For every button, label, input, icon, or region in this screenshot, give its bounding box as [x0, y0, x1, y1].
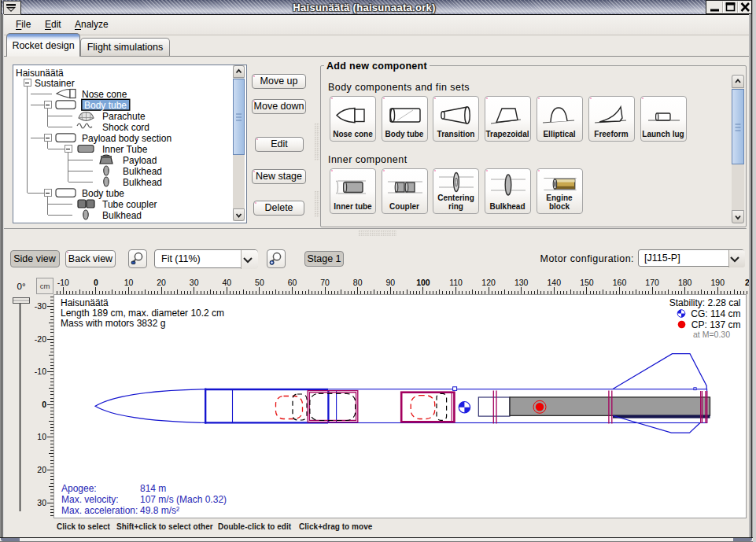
- svg-text:Shock cord: Shock cord: [102, 122, 149, 133]
- svg-text:Length 189 cm, max. diameter 1: Length 189 cm, max. diameter 10.2 cm: [61, 308, 224, 319]
- svg-text:160: 160: [613, 278, 627, 287]
- svg-text:10: 10: [124, 278, 134, 287]
- svg-text:Nose cone: Nose cone: [82, 89, 127, 100]
- svg-text:170: 170: [645, 278, 659, 287]
- svg-text:20: 20: [37, 465, 46, 474]
- svg-text:814 m: 814 m: [140, 483, 166, 494]
- svg-text:20: 20: [157, 278, 166, 287]
- svg-text:Bulkhead: Bulkhead: [123, 166, 162, 177]
- svg-text:120: 120: [481, 278, 496, 287]
- svg-text:Body tube: Body tube: [84, 100, 127, 111]
- svg-text:CG: 114 cm: CG: 114 cm: [691, 308, 740, 319]
- svg-text:-10: -10: [57, 278, 69, 287]
- svg-text:Max. acceleration:: Max. acceleration:: [61, 505, 138, 516]
- svg-text:Bulkhead: Bulkhead: [123, 177, 162, 188]
- svg-text:Apogee:: Apogee:: [61, 483, 97, 494]
- svg-text:70: 70: [320, 278, 330, 287]
- svg-text:Sustainer: Sustainer: [35, 78, 75, 89]
- svg-text:Tube coupler: Tube coupler: [102, 199, 157, 210]
- svg-text:150: 150: [580, 278, 594, 287]
- svg-text:110: 110: [449, 278, 463, 287]
- svg-text:130: 130: [514, 278, 529, 287]
- svg-text:190: 190: [711, 278, 725, 287]
- svg-text:30: 30: [190, 278, 199, 287]
- svg-text:0: 0: [94, 278, 98, 287]
- svg-text:49.8 m/s²: 49.8 m/s²: [140, 505, 179, 516]
- svg-text:Max. velocity:: Max. velocity:: [61, 494, 119, 505]
- svg-text:100: 100: [416, 278, 430, 287]
- svg-text:Body tube: Body tube: [82, 188, 124, 199]
- svg-text:Payload body section: Payload body section: [82, 133, 171, 144]
- svg-text:180: 180: [678, 278, 692, 287]
- svg-text:Payload: Payload: [123, 155, 157, 166]
- svg-text:0: 0: [42, 400, 46, 409]
- svg-text:0°: 0°: [17, 282, 26, 291]
- svg-text:Mass with motors 3832 g: Mass with motors 3832 g: [61, 318, 165, 329]
- svg-text:60: 60: [288, 278, 297, 287]
- svg-text:40: 40: [222, 278, 231, 287]
- svg-text:50: 50: [255, 278, 264, 287]
- svg-text:-20: -20: [35, 334, 46, 344]
- svg-text:Stability: 2.28 cal: Stability: 2.28 cal: [669, 297, 741, 308]
- svg-text:cm: cm: [40, 282, 50, 290]
- svg-text:30: 30: [37, 498, 46, 507]
- svg-text:Haisunäätä: Haisunäätä: [61, 297, 109, 308]
- svg-text:140: 140: [548, 278, 562, 287]
- svg-text:107 m/s (Mach 0.32): 107 m/s (Mach 0.32): [140, 494, 227, 505]
- svg-text:Parachute: Parachute: [102, 111, 146, 122]
- svg-text:-30: -30: [35, 301, 46, 311]
- svg-text:-10: -10: [35, 367, 46, 376]
- svg-text:at M=0.30: at M=0.30: [693, 330, 730, 339]
- svg-text:Bulkhead: Bulkhead: [102, 210, 142, 221]
- svg-text:Inner Tube: Inner Tube: [102, 144, 148, 155]
- svg-text:10: 10: [37, 432, 46, 441]
- svg-text:90: 90: [385, 278, 395, 287]
- svg-text:80: 80: [353, 278, 363, 287]
- svg-text:Haisunäätä: Haisunäätä: [16, 68, 64, 79]
